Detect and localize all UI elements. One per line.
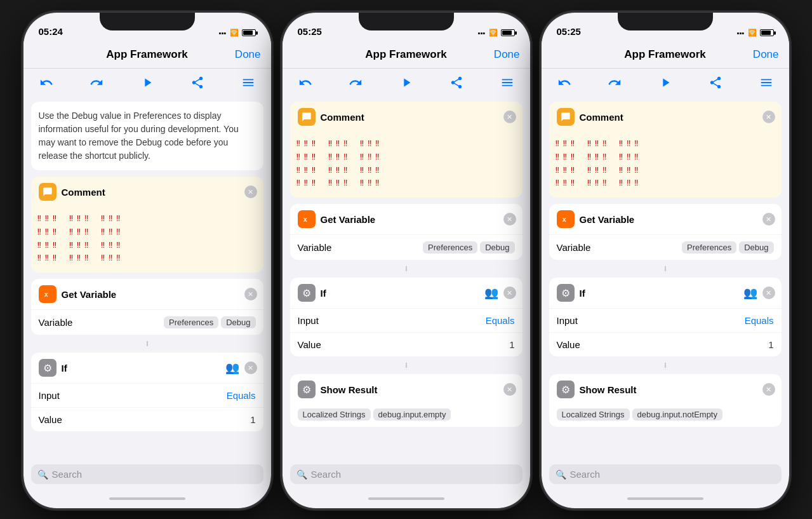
undo-button-1[interactable] — [36, 72, 57, 93]
redo-icon-1 — [90, 76, 103, 90]
if-card-2: ⚙ If 👥 ✕ Input Equals Value 1 — [290, 278, 522, 356]
localized-tag-2[interactable]: Localized Strings — [298, 408, 371, 421]
prefs-tag-3[interactable]: Preferences — [682, 241, 736, 253]
value-label-3: Value — [557, 339, 769, 350]
settings-button-1[interactable] — [238, 72, 258, 93]
wifi-icon-2: 🛜 — [489, 29, 498, 37]
exclamation-grid-2: ‼ ‼ ‼ ‼ ‼ ‼ ‼ ‼ ‼ ‼ ‼ ‼ ‼ ‼ ‼ ‼ ‼ ‼ ‼ ‼ … — [290, 132, 522, 198]
comment-close-2[interactable]: ✕ — [503, 111, 516, 123]
search-bar-2[interactable]: 🔍 Search — [290, 464, 522, 484]
if-header-2: ⚙ If 👥 ✕ — [290, 278, 522, 308]
nav-done-1[interactable]: Done — [235, 48, 261, 61]
if-close-1[interactable]: ✕ — [244, 361, 257, 374]
input-row-2: Input Equals — [290, 308, 522, 332]
settings-button-3[interactable] — [756, 72, 776, 93]
notch-2 — [359, 13, 454, 30]
get-variable-title-2: Get Variable — [321, 214, 376, 225]
if-header-3: ⚙ If 👥 ✕ — [549, 278, 782, 308]
if-close-2[interactable]: ✕ — [503, 286, 516, 299]
content-3: Comment ✕ ‼ ‼ ‼ ‼ ‼ ‼ ‼ ‼ ‼ ‼ ‼ ‼ ‼ ‼ ‼ … — [542, 97, 789, 461]
search-icon-1: 🔍 — [37, 469, 48, 480]
get-variable-close-1[interactable]: ✕ — [244, 288, 257, 300]
prefs-tag-2[interactable]: Preferences — [423, 241, 477, 253]
get-variable-close-3[interactable]: ✕ — [762, 213, 775, 226]
share-button-3[interactable] — [705, 72, 726, 93]
get-variable-header-3: x Get Variable ✕ — [549, 204, 782, 234]
toolbar-1 — [23, 69, 271, 97]
debug-tag-1[interactable]: Debug — [221, 316, 255, 328]
nav-done-3[interactable]: Done — [753, 48, 779, 61]
phone-3: 05:25 ▪▪▪ 🛜 App Framework Done — [542, 13, 789, 508]
search-bar-3[interactable]: 🔍 Search — [549, 464, 782, 484]
value-row-3: Value 1 — [549, 332, 782, 356]
play-icon-3 — [658, 76, 672, 90]
undo-button-2[interactable] — [295, 72, 316, 93]
debug-tag-3[interactable]: Debug — [739, 241, 773, 253]
input-label-1: Input — [39, 390, 227, 401]
undo-button-3[interactable] — [554, 72, 575, 93]
variable-tags-1: Preferences Debug — [164, 316, 255, 328]
nav-bar-1: App Framework Done — [23, 41, 271, 69]
get-variable-title-1: Get Variable — [62, 289, 117, 300]
show-result-card-2: ⚙ Show Result ✕ Localized Strings debug.… — [290, 374, 522, 427]
signal-icon-3: ▪▪▪ — [737, 29, 745, 37]
share-button-1[interactable] — [187, 72, 208, 93]
phone-1: 05:24 ▪▪▪ 🛜 App Framework Done — [23, 13, 271, 508]
show-result-tags-3: Localized Strings debug.input.notEmpty — [557, 408, 774, 421]
show-result-close-2[interactable]: ✕ — [503, 383, 516, 396]
show-result-close-3[interactable]: ✕ — [762, 383, 775, 396]
input-value-1[interactable]: Equals — [227, 390, 256, 401]
toolbar-2 — [283, 69, 530, 97]
input-value-2[interactable]: Equals — [486, 315, 515, 326]
if-close-3[interactable]: ✕ — [762, 286, 775, 299]
redo-button-1[interactable] — [86, 72, 107, 93]
nav-bar-2: App Framework Done — [283, 41, 530, 69]
screen-3: 05:25 ▪▪▪ 🛜 App Framework Done — [542, 13, 789, 508]
battery-icon-1 — [242, 29, 256, 36]
home-indicator-2 — [283, 489, 530, 508]
value-row-1: Value 1 — [31, 407, 263, 431]
play-button-2[interactable] — [396, 72, 416, 93]
undo-icon-1 — [39, 76, 53, 90]
redo-button-2[interactable] — [345, 72, 366, 93]
undo-icon-3 — [557, 76, 571, 90]
redo-icon-2 — [349, 76, 363, 90]
get-variable-close-2[interactable]: ✕ — [503, 213, 516, 226]
show-result-icon-3: ⚙ — [557, 381, 575, 398]
nav-done-2[interactable]: Done — [494, 48, 520, 61]
time-1: 05:24 — [39, 26, 63, 37]
comment-header-3: Comment ✕ — [549, 102, 782, 132]
comment-close-1[interactable]: ✕ — [244, 185, 257, 198]
redo-button-3[interactable] — [604, 72, 625, 93]
debug-not-empty-tag-3[interactable]: debug.input.notEmpty — [632, 408, 722, 421]
comment-close-3[interactable]: ✕ — [762, 111, 775, 123]
home-indicator-1 — [23, 489, 271, 508]
play-button-3[interactable] — [655, 72, 676, 93]
comment-icon-3 — [557, 108, 575, 126]
variable-label-3: Variable — [557, 242, 682, 253]
comment-card-2: Comment ✕ ‼ ‼ ‼ ‼ ‼ ‼ ‼ ‼ ‼ ‼ ‼ ‼ ‼ ‼ ‼ … — [290, 102, 522, 198]
variable-row-3: Variable Preferences Debug — [549, 234, 782, 260]
search-bar-1[interactable]: 🔍 Search — [31, 464, 263, 484]
show-result-title-2: Show Result — [321, 384, 378, 395]
input-value-3[interactable]: Equals — [745, 315, 774, 326]
localized-tag-3[interactable]: Localized Strings — [557, 408, 630, 421]
value-row-2: Value 1 — [290, 332, 522, 356]
debug-empty-tag-2[interactable]: debug.input.empty — [373, 408, 451, 421]
time-2: 05:25 — [298, 26, 322, 37]
if-title-2: If — [321, 288, 326, 299]
description-text-1: Use the Debug value in Preferences to di… — [39, 111, 239, 161]
svg-text:x: x — [303, 215, 307, 223]
settings-button-2[interactable] — [497, 72, 517, 93]
signal-icon-1: ▪▪▪ — [219, 29, 227, 37]
get-variable-title-3: Get Variable — [580, 214, 635, 225]
prefs-tag-1[interactable]: Preferences — [164, 316, 218, 328]
if-people-icon-2: 👥 — [484, 286, 498, 300]
variable-row-2: Variable Preferences Debug — [290, 234, 522, 260]
share-button-2[interactable] — [446, 72, 467, 93]
variable-svg-3: x — [561, 214, 571, 224]
search-icon-2: 🔍 — [296, 469, 307, 480]
show-result-header-3: ⚙ Show Result ✕ — [549, 374, 782, 405]
play-button-1[interactable] — [137, 72, 157, 93]
debug-tag-2[interactable]: Debug — [480, 241, 514, 253]
